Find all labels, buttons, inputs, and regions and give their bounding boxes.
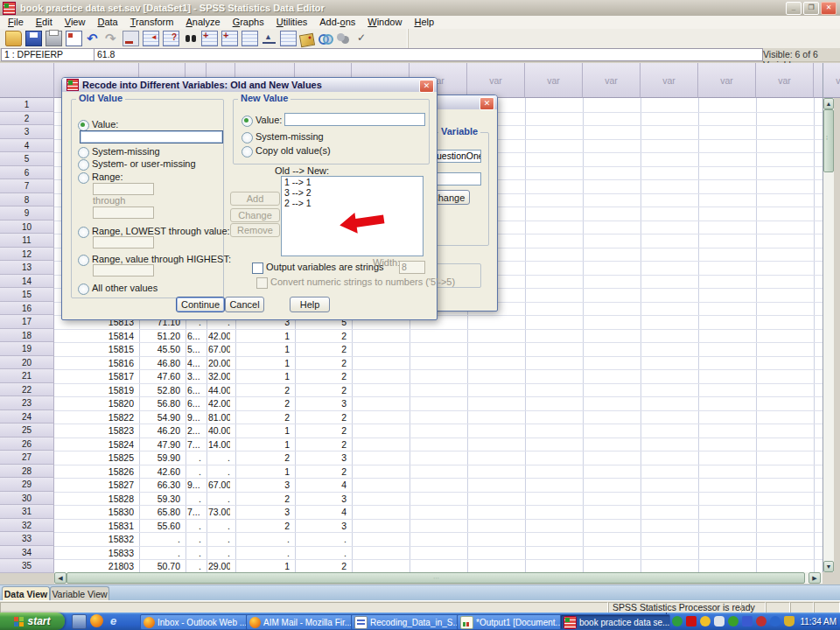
- cell[interactable]: .: [237, 533, 290, 545]
- cell[interactable]: 2: [297, 466, 346, 478]
- menu-data[interactable]: Data: [91, 16, 123, 29]
- cell[interactable]: 2: [297, 384, 346, 396]
- cell[interactable]: 15823: [56, 424, 134, 437]
- cell[interactable]: .: [187, 466, 201, 478]
- save-file-button[interactable]: [25, 31, 42, 46]
- cell[interactable]: .: [187, 520, 201, 532]
- cancel-button[interactable]: Cancel: [225, 297, 264, 312]
- cell[interactable]: 3: [297, 520, 346, 532]
- row-header[interactable]: 28: [0, 465, 54, 478]
- row-header[interactable]: 17: [0, 315, 54, 329]
- cell[interactable]: .: [208, 452, 230, 464]
- row-header[interactable]: 32: [0, 519, 54, 532]
- old-range-lowest-radio[interactable]: [78, 227, 89, 238]
- row-header[interactable]: 13: [0, 261, 54, 275]
- cell[interactable]: 2: [297, 560, 346, 572]
- cell[interactable]: .: [187, 452, 201, 464]
- cell[interactable]: 29.00: [208, 560, 230, 572]
- row-header[interactable]: 27: [0, 451, 54, 465]
- row-header[interactable]: 7: [0, 179, 54, 193]
- output-strings-checkbox[interactable]: [252, 262, 263, 274]
- dialog-close-icon[interactable]: ✕: [419, 80, 434, 93]
- row-header[interactable]: 22: [0, 383, 54, 396]
- change-old-new-button[interactable]: Change: [230, 208, 280, 222]
- cell[interactable]: 6...: [187, 397, 201, 410]
- cell[interactable]: 1: [237, 343, 290, 355]
- cell[interactable]: 67.00: [208, 343, 230, 355]
- menu-transform[interactable]: Transform: [124, 16, 180, 29]
- range-lowest-field[interactable]: [93, 236, 154, 248]
- row-header[interactable]: 6: [0, 166, 54, 179]
- cell[interactable]: 9...: [187, 411, 201, 424]
- cell[interactable]: .: [297, 547, 346, 559]
- row-header[interactable]: 18: [0, 329, 54, 342]
- start-button[interactable]: start: [0, 612, 65, 630]
- task-button[interactable]: *Output1 [Document...: [457, 614, 562, 630]
- row-header[interactable]: 33: [0, 532, 54, 546]
- cell[interactable]: 6...: [187, 330, 201, 342]
- cell[interactable]: 3: [237, 479, 290, 491]
- row-header[interactable]: 12: [0, 248, 54, 261]
- old-new-list-item[interactable]: 3 --> 2: [282, 187, 423, 198]
- cell[interactable]: 15832: [56, 533, 134, 545]
- row-header[interactable]: 4: [0, 139, 54, 152]
- network-blue-icon[interactable]: [742, 616, 752, 626]
- cell[interactable]: 15814: [56, 330, 134, 342]
- undo-button[interactable]: [86, 32, 101, 46]
- range-to-field[interactable]: [93, 206, 154, 219]
- row-header[interactable]: 31: [0, 505, 54, 519]
- cell[interactable]: .: [187, 560, 201, 572]
- column-header-var[interactable]: var: [698, 63, 756, 98]
- new-value-field[interactable]: [284, 113, 425, 126]
- cell[interactable]: 15826: [56, 466, 134, 478]
- redo-button[interactable]: [104, 32, 119, 46]
- cell[interactable]: 54.90: [141, 411, 180, 424]
- cell[interactable]: 50.70: [141, 560, 180, 572]
- toggle-grid-button[interactable]: [336, 32, 351, 46]
- new-sysmis-radio[interactable]: [242, 132, 253, 144]
- cell[interactable]: 4...: [187, 357, 201, 369]
- cell[interactable]: 2: [237, 452, 290, 464]
- old-range-radio[interactable]: [78, 172, 89, 184]
- menu-file[interactable]: File: [2, 16, 30, 29]
- add-button[interactable]: Add: [230, 192, 280, 206]
- row-header[interactable]: 15: [0, 288, 54, 302]
- row-header[interactable]: 19: [0, 342, 54, 356]
- cell[interactable]: 15816: [56, 357, 134, 369]
- firefox-icon[interactable]: [90, 614, 103, 627]
- cell[interactable]: .: [141, 533, 180, 545]
- cell[interactable]: 2: [297, 370, 346, 382]
- cell[interactable]: 66.30: [141, 479, 180, 491]
- cell[interactable]: 7...: [187, 506, 201, 518]
- cell[interactable]: 2: [237, 397, 290, 410]
- cell[interactable]: 15827: [56, 479, 134, 491]
- cell[interactable]: 3: [297, 397, 346, 410]
- cell[interactable]: 47.90: [141, 438, 180, 451]
- cell[interactable]: .: [208, 466, 230, 478]
- row-header[interactable]: 8: [0, 193, 54, 206]
- alert-red-icon[interactable]: [756, 616, 766, 626]
- close-button[interactable]: ✕: [821, 2, 836, 15]
- cell[interactable]: .: [187, 547, 201, 559]
- cell[interactable]: 7...: [187, 438, 201, 451]
- cell[interactable]: 20.00: [208, 357, 230, 369]
- task-button[interactable]: Recoding_Data_in_S...: [351, 614, 458, 630]
- cell[interactable]: 2: [297, 357, 346, 369]
- cell[interactable]: .: [237, 547, 290, 559]
- cell[interactable]: .: [208, 493, 230, 505]
- cell[interactable]: 5...: [187, 343, 201, 355]
- cell[interactable]: 15825: [56, 452, 134, 464]
- cell[interactable]: 4: [297, 479, 346, 491]
- cell[interactable]: 14.00: [208, 438, 230, 451]
- cell[interactable]: 32.00: [208, 370, 230, 382]
- cell[interactable]: 15822: [56, 411, 134, 424]
- new-value-radio[interactable]: [242, 116, 253, 127]
- cell[interactable]: 1: [237, 424, 290, 437]
- check-green-icon[interactable]: [728, 616, 738, 626]
- select-cases-button[interactable]: [280, 31, 297, 46]
- row-header[interactable]: 21: [0, 369, 54, 383]
- dialog-recall-button[interactable]: [66, 31, 82, 46]
- copy-old-values-radio[interactable]: [242, 146, 253, 158]
- old-sysmis-radio[interactable]: [78, 147, 89, 158]
- cell[interactable]: 15831: [56, 520, 134, 532]
